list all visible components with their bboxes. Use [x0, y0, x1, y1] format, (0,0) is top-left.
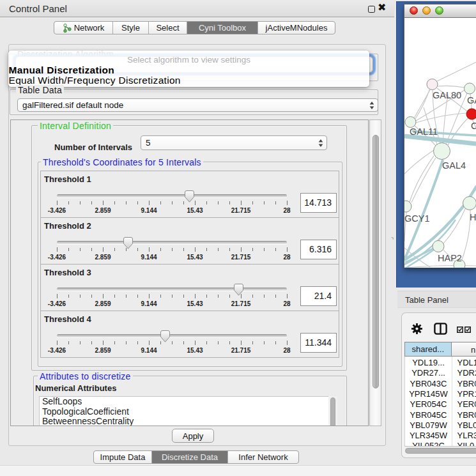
node-table-rows: YDL19...YDL1...YDR27...YDR2...YBR043CYBR…: [404, 357, 476, 446]
cell-name: YDL1...: [457, 358, 476, 367]
gear-icon[interactable]: [411, 323, 422, 334]
attributes-scrollbar-thumb[interactable]: [330, 397, 335, 426]
slider-tick: [103, 294, 104, 298]
popup-item-2[interactable]: Equal Width/Frequency Discretization: [9, 75, 367, 85]
table-panel-body: shared... n YDL19...YDL1...YDR27...YDR2.…: [401, 312, 476, 458]
network-node[interactable]: [466, 109, 476, 119]
tick-label: 9.144: [141, 254, 157, 261]
close-icon[interactable]: ✖: [378, 2, 386, 13]
drawer-arrow-icon[interactable]: ›: [389, 234, 395, 242]
table-scrollbar-thumb[interactable]: [405, 448, 476, 454]
tab-style[interactable]: Style: [113, 22, 149, 34]
slider-tick: [229, 341, 230, 344]
threshold-value-field[interactable]: 14.713: [300, 193, 337, 213]
tab-jactivemnodules[interactable]: jActiveMNodules: [258, 22, 335, 34]
table-row[interactable]: YDL19...YDL1...: [405, 358, 476, 368]
table-row[interactable]: YBL079WYBL0...: [405, 420, 476, 431]
checkbox-icon[interactable]: [457, 326, 463, 333]
cell-shared-name: YDR27...: [405, 368, 452, 378]
network-node[interactable]: [434, 143, 450, 160]
tick-label: 28: [283, 254, 290, 261]
table-horizontal-scrollbar[interactable]: [404, 446, 476, 455]
split-view-icon[interactable]: [434, 323, 447, 335]
tick-label: 28: [283, 347, 290, 354]
cell-shared-name: YPR145W: [405, 389, 452, 399]
threshold-value-field[interactable]: 11.344: [300, 333, 337, 353]
tab-cyni-toolbox[interactable]: Cyni Toolbox: [187, 22, 258, 34]
tab-discretize-data[interactable]: Discretize Data: [152, 451, 228, 463]
apply-button[interactable]: Apply: [172, 429, 214, 443]
slider-track[interactable]: [57, 288, 287, 291]
float-icon[interactable]: [368, 6, 375, 13]
table-row[interactable]: YBR043CYBR0...: [405, 379, 476, 389]
table-row[interactable]: YBR045CYBR0...: [405, 410, 476, 420]
slider-tick: [80, 248, 81, 251]
threshold-value-field[interactable]: 21.4: [300, 286, 337, 306]
threshold-label: Threshold 3: [44, 268, 91, 277]
tick-label: 9.144: [141, 347, 157, 354]
slider-thumb[interactable]: [185, 190, 194, 203]
numerical-attributes-list[interactable]: SelfLoopsTopologicalCoefficientBetweenne…: [39, 396, 328, 426]
network-node[interactable]: [463, 197, 476, 210]
attribute-list-item[interactable]: BetweennessCentrality: [40, 417, 328, 426]
tick-label: 2.859: [95, 347, 111, 354]
network-node[interactable]: [433, 241, 444, 252]
node-label: GA: [467, 95, 476, 105]
network-node[interactable]: [405, 117, 416, 128]
cell-name: YER0...: [457, 399, 476, 409]
slider-thumb[interactable]: [160, 330, 170, 342]
slider-track[interactable]: [57, 334, 287, 337]
table-data-combobox[interactable]: galFiltered.sif default node: [17, 98, 378, 112]
tab-network[interactable]: Network: [54, 22, 113, 34]
cell-shared-name: YBR043C: [405, 379, 452, 388]
tab-select[interactable]: Select: [149, 22, 187, 34]
table-row[interactable]: YIL052CYIL0...: [405, 441, 476, 446]
slider-tick: [252, 341, 253, 344]
node-table-header: shared... n: [404, 342, 476, 357]
attribute-list-item[interactable]: TopologicalCoefficient: [40, 407, 328, 417]
slider-tick: [126, 341, 127, 344]
tab-infer-network[interactable]: Infer Network: [228, 451, 298, 463]
slider-track[interactable]: [57, 241, 287, 244]
checkbox-icon[interactable]: [464, 326, 471, 333]
slider-tick: [206, 201, 207, 204]
control-panel-titlebar: Control Panel ✖: [0, 0, 394, 17]
slider-thumb[interactable]: [234, 284, 243, 296]
slider-tick: [275, 341, 276, 344]
slider-thumb[interactable]: [123, 237, 133, 249]
popup-item-1[interactable]: Manual Discretization: [9, 65, 367, 75]
network-node[interactable]: [427, 79, 438, 90]
slider-tick: [229, 248, 230, 251]
network-window-titlebar[interactable]: [404, 4, 476, 18]
slider-tick: [137, 341, 138, 344]
threshold-value-field[interactable]: 6.316: [300, 240, 337, 259]
network-node[interactable]: [404, 201, 411, 212]
column-header-name[interactable]: n: [452, 342, 476, 357]
network-node[interactable]: [464, 83, 475, 94]
tab-impute-data[interactable]: Impute Data: [94, 451, 152, 463]
threshold-label: Threshold 1: [44, 174, 91, 184]
main-scrollbar-thumb[interactable]: [372, 135, 379, 388]
table-row[interactable]: YDR27...YDR2...: [405, 368, 476, 378]
main-scrollbar[interactable]: [369, 119, 381, 426]
close-light-red[interactable]: [410, 6, 418, 15]
zoom-light-green[interactable]: [435, 6, 443, 15]
slider-track[interactable]: [57, 194, 287, 197]
attributes-list-scrollbar[interactable]: [328, 396, 337, 426]
slider-tick: [218, 248, 219, 251]
number-of-intervals-combobox[interactable]: 5: [141, 135, 327, 150]
attributes-group: Attributes to discretize Numerical Attri…: [33, 376, 347, 426]
slider-tick: [149, 341, 150, 345]
network-canvas[interactable]: GAL80GACGAL11GAL4GCY1HHAP2: [404, 18, 476, 268]
attribute-list-item[interactable]: SelfLoops: [40, 397, 328, 407]
interval-definition-title: Interval Definition: [38, 121, 113, 131]
table-row[interactable]: YPR145WYPR1...: [405, 389, 476, 399]
slider-tick: [218, 201, 219, 204]
table-row[interactable]: YLR345WYLR3...: [405, 431, 476, 441]
slider-tick: [114, 201, 115, 204]
minimize-light-yellow[interactable]: [422, 6, 431, 15]
table-row[interactable]: YER054CYER0...: [405, 399, 476, 410]
slider-tick: [91, 201, 92, 204]
slider-tick: [183, 341, 184, 344]
column-header-shared-name[interactable]: shared...: [404, 342, 452, 357]
